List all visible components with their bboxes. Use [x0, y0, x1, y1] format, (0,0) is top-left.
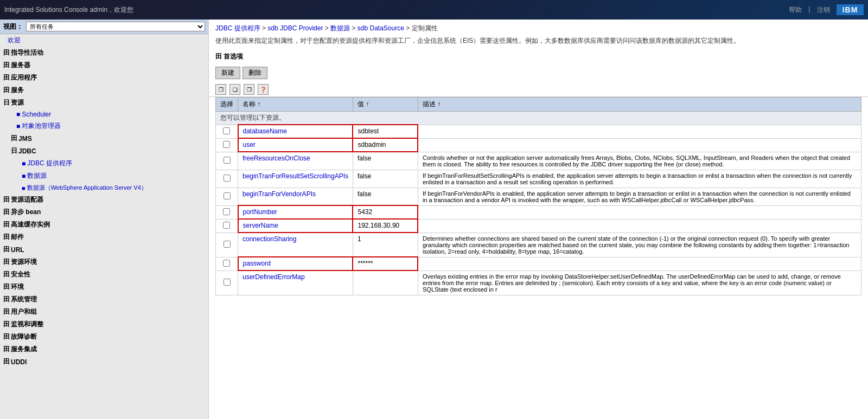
toolbar-row: 新建 删除 [209, 63, 868, 82]
icon-export[interactable]: ❒ [244, 84, 254, 95]
sidebar-item-service[interactable]: 田 服务 [0, 84, 208, 96]
properties-table: 选择 名称 ↑ 值 ↑ 描述 ↑ 您可以管理以下资源。 databaseName… [215, 97, 861, 295]
sidebar-item-obj-pool[interactable]: ■ 对象池管理器 [0, 120, 208, 132]
sidebar-item-datasource[interactable]: ■ 数据源 [0, 170, 208, 182]
sidebar-item-datasource-v4[interactable]: ■ 数据源（WebSphere Application Server V4） [0, 182, 208, 194]
sidebar-item-url[interactable]: 田 URL [0, 243, 208, 256]
table-row: databaseNamesdbtest [216, 125, 861, 138]
row-desc-cell [418, 125, 861, 138]
row-desc-cell [418, 138, 861, 152]
table-row: userDefinedErrorMapOverlays existing ent… [216, 270, 861, 295]
row-name-cell: beginTranForVendorAPIs [238, 188, 353, 205]
sidebar-item-welcome[interactable]: 欢迎 [0, 34, 208, 47]
sidebar-item-cache[interactable]: 田 高速缓存实例 [0, 218, 208, 231]
row-checkbox[interactable] [223, 222, 230, 229]
sidebar-item-scheduler[interactable]: ■ Scheduler [0, 109, 208, 120]
sidebar-item-async-bean[interactable]: 田 异步 bean [0, 206, 208, 218]
section-toggle[interactable]: 田 首选项 [209, 50, 868, 63]
breadcrumb-datasource[interactable]: 数据源 [330, 24, 350, 32]
help-link[interactable]: 帮助 [789, 5, 802, 15]
row-value-cell: 5432 [353, 205, 418, 219]
field-link-beginTranForVendorAPIs[interactable]: beginTranForVendorAPIs [242, 190, 316, 198]
main-layout: 视图： 所有任务 欢迎 田 指导性活动 田 服务器 田 应用程序 田 服务 日 … [0, 20, 868, 419]
row-checkbox[interactable] [223, 260, 230, 267]
row-checkbox[interactable] [224, 241, 231, 248]
field-link-portNumber[interactable]: portNumber [243, 208, 277, 216]
row-desc-cell: Determines whether connections are share… [418, 233, 861, 257]
row-name-cell: userDefinedErrorMap [238, 270, 353, 295]
icon-import[interactable]: ❓ [258, 84, 269, 95]
table-row: beginTranForResultSetScrollingAPIsfalseI… [216, 170, 861, 188]
col-header-desc[interactable]: 描述 ↑ [418, 98, 861, 112]
sidebar-item-res-env[interactable]: 田 资源环境 [0, 256, 208, 268]
breadcrumb-sdb-jdbc-provider[interactable]: sdb JDBC Provider [267, 24, 323, 32]
field-link-user[interactable]: user [243, 141, 256, 149]
row-desc-cell: If beginTranForVendorAPIs is enabled, th… [418, 188, 861, 205]
breadcrumb-jdbc-provider[interactable]: JDBC 提供程序 [215, 24, 260, 32]
row-checkbox-cell [216, 138, 238, 152]
row-checkbox[interactable] [224, 175, 231, 182]
field-link-beginTranForResultSetScrollingAPIs[interactable]: beginTranForResultSetScrollingAPIs [242, 172, 348, 180]
app-title: Integrated Solutions Console admin，欢迎您 [4, 5, 133, 15]
breadcrumb-current: 定制属性 [412, 24, 438, 32]
sidebar-item-troubleshoot[interactable]: 田 故障诊断 [0, 331, 208, 343]
row-checkbox-cell [216, 270, 238, 295]
sidebar-item-resource[interactable]: 日 资源 [0, 96, 208, 109]
sidebar-item-security[interactable]: 田 安全性 [0, 268, 208, 281]
sidebar-item-service-int[interactable]: 田 服务集成 [0, 343, 208, 356]
new-button[interactable]: 新建 [215, 67, 240, 79]
sidebar-item-server[interactable]: 田 服务器 [0, 59, 208, 72]
row-name-cell: freeResourcesOnClose [238, 152, 353, 170]
icon-row: ❐ ❑ ❒ ❓ [209, 82, 868, 97]
ibm-logo: IBM [837, 4, 864, 15]
row-checkbox[interactable] [224, 279, 231, 286]
view-select[interactable]: 所有任务 [26, 22, 205, 31]
sidebar-item-sys-admin[interactable]: 田 系统管理 [0, 293, 208, 306]
field-link-password[interactable]: password [243, 260, 271, 267]
row-checkbox[interactable] [224, 192, 231, 199]
sidebar-item-env[interactable]: 田 环境 [0, 281, 208, 293]
row-value-cell: false [353, 152, 418, 170]
sidebar-item-app[interactable]: 田 应用程序 [0, 72, 208, 84]
row-value-cell: false [353, 170, 418, 188]
sidebar-item-guidance[interactable]: 田 指导性活动 [0, 47, 208, 59]
col-header-value[interactable]: 值 ↑ [353, 98, 418, 112]
logout-link[interactable]: 注销 [817, 5, 830, 15]
sidebar-item-mail[interactable]: 田 邮件 [0, 231, 208, 243]
field-link-userDefinedErrorMap[interactable]: userDefinedErrorMap [242, 273, 305, 281]
sidebar-item-jdbc[interactable]: 日 JDBC [0, 145, 208, 157]
row-checkbox-cell [216, 170, 238, 188]
row-value-cell [353, 270, 418, 295]
breadcrumb: JDBC 提供程序 > sdb JDBC Provider > 数据源 > sd… [209, 20, 868, 35]
icon-paste[interactable]: ❑ [229, 84, 240, 95]
page-description: 使用此页面来指定定制属性，对于您配置的资源提供程序和资源工厂，企业信息系统（EI… [209, 35, 806, 50]
sidebar-item-monitor[interactable]: 田 监视和调整 [0, 318, 208, 331]
table-row: password****** [216, 257, 861, 270]
row-name-cell: portNumber [238, 205, 353, 219]
field-link-connectionSharing[interactable]: connectionSharing [242, 235, 296, 243]
sidebar-item-uddi[interactable]: 田 UDDI [0, 356, 208, 368]
sidebar-item-resource-adapter[interactable]: 田 资源适配器 [0, 194, 208, 206]
sidebar-item-user-group[interactable]: 田 用户和组 [0, 306, 208, 318]
row-desc-cell: Controls whether or not the application … [418, 152, 861, 170]
table-row: serverName192.168.30.90 [216, 219, 861, 233]
icon-copy[interactable]: ❐ [215, 84, 226, 95]
row-checkbox[interactable] [223, 127, 230, 134]
col-header-name[interactable]: 名称 ↑ [238, 98, 353, 112]
row-checkbox-cell [216, 233, 238, 257]
field-link-serverName[interactable]: serverName [243, 222, 278, 229]
row-checkbox[interactable] [224, 157, 231, 164]
delete-button[interactable]: 删除 [242, 67, 267, 79]
breadcrumb-sdb-datasource[interactable]: sdb DataSource [358, 24, 404, 32]
row-value-cell: sdbadmin [353, 138, 418, 152]
row-desc-cell: If beginTranForResultSetScrollingAPIs is… [418, 170, 861, 188]
row-name-cell: connectionSharing [238, 233, 353, 257]
sidebar-item-jms[interactable]: 田 JMS [0, 132, 208, 145]
sidebar-item-jdbc-provider[interactable]: ■ JDBC 提供程序 [0, 157, 208, 170]
row-checkbox-cell [216, 152, 238, 170]
field-link-databaseName[interactable]: databaseName [243, 127, 287, 135]
row-checkbox[interactable] [223, 141, 230, 148]
field-link-freeResourcesOnClose[interactable]: freeResourcesOnClose [242, 154, 310, 162]
row-checkbox[interactable] [223, 208, 230, 215]
row-desc-cell: Overlays existing entries in the error m… [418, 270, 861, 295]
